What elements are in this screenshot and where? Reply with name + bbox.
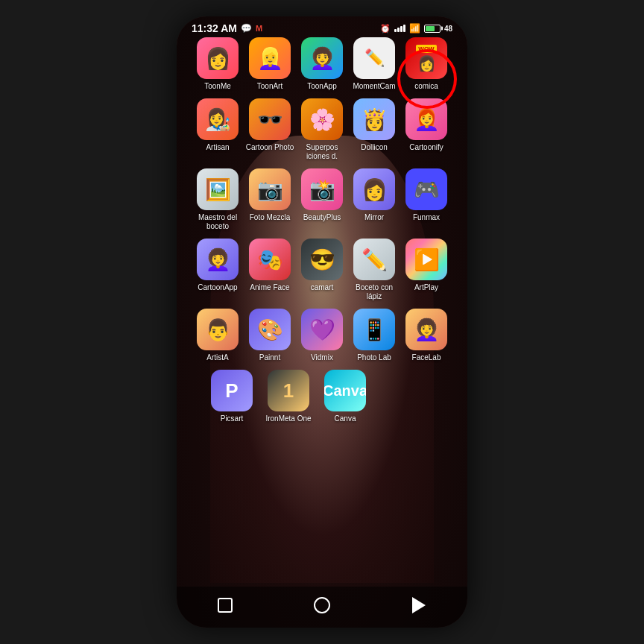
app-icon-artisan[interactable]: 👩‍🎨 <box>197 98 239 140</box>
app-icon-boceto[interactable]: ✏️ <box>353 239 395 280</box>
app-momentcam[interactable]: ✏️ MomentCam <box>349 37 400 91</box>
battery-percent: 48 <box>444 25 452 33</box>
app-row-4: 👩‍🦱 CartoonApp 🎭 Anime Face 😎 camart <box>192 239 452 301</box>
app-icon-photolab[interactable]: 📱 <box>353 309 395 350</box>
app-toonart[interactable]: 👱‍♀️ ToonArt <box>244 37 295 91</box>
app-icon-maestro[interactable]: 🖼️ <box>197 168 239 210</box>
app-toonapp[interactable]: 👩‍🦱 ToonApp <box>297 37 347 91</box>
app-artista[interactable]: 👨 ArtistA <box>192 309 243 362</box>
app-painnt[interactable]: 🎨 Painnt <box>244 309 295 362</box>
app-label-superpos: Superpos iciones d. <box>297 143 347 161</box>
app-label-toonart: ToonArt <box>257 82 282 91</box>
status-time: 11:32 AM <box>192 22 237 34</box>
nav-home-button[interactable] <box>312 595 332 616</box>
app-label-photolab: Photo Lab <box>357 353 391 362</box>
app-label-picsart: Picsart <box>221 414 244 423</box>
app-label-mirror: Mirror <box>364 213 384 222</box>
app-label-vidmix: Vidmix <box>311 353 333 362</box>
app-icon-superpos[interactable]: 🌸 <box>301 98 343 140</box>
app-ironmeta[interactable]: 1 IronMeta One <box>263 370 314 423</box>
app-icon-cartoonify[interactable]: 👩‍🦰 <box>405 98 447 140</box>
nav-recent-button[interactable] <box>215 595 236 616</box>
app-icon-momentcam[interactable]: ✏️ <box>353 37 395 79</box>
status-bar: 11:32 AM 💬 M ⏰ 📶 48 <box>177 16 467 37</box>
app-icon-cartoonapp[interactable]: 👩‍🦱 <box>197 239 239 280</box>
app-superpos[interactable]: 🌸 Superpos iciones d. <box>297 98 347 161</box>
app-cartoonapp[interactable]: 👩‍🦱 CartoonApp <box>192 239 243 301</box>
signal-bars <box>394 25 405 32</box>
app-row-2: 👩‍🎨 Artisan 🕶️ Cartoon Photo 🌸 Superpos … <box>192 98 452 161</box>
app-grid: 👩 ToonMe 👱‍♀️ ToonArt 👩‍🦱 ToonApp <box>177 37 467 423</box>
app-row-5: 👨 ArtistA 🎨 Painnt 💜 Vidmix <box>192 309 452 362</box>
app-label-painnt: Painnt <box>259 353 280 362</box>
app-beautyplus[interactable]: 📸 BeautyPlus <box>297 168 347 231</box>
nav-back-button[interactable] <box>408 595 429 616</box>
app-icon-beautyplus[interactable]: 📸 <box>301 168 343 210</box>
app-icon-funmax[interactable]: 🎮 <box>405 168 447 210</box>
alarm-icon: ⏰ <box>380 24 391 34</box>
app-vidmix[interactable]: 💜 Vidmix <box>297 309 347 362</box>
app-photolab[interactable]: 📱 Photo Lab <box>349 309 400 362</box>
app-maestro[interactable]: 🖼️ Maestro del boceto <box>192 168 243 231</box>
app-icon-artista[interactable]: 👨 <box>197 309 239 350</box>
app-icon-animeface[interactable]: 🎭 <box>249 239 291 280</box>
app-artplay[interactable]: ▶️ ArtPlay <box>401 239 452 301</box>
app-icon-toonme[interactable]: 👩 <box>197 37 239 79</box>
gmail-icon: M <box>256 24 262 33</box>
app-icon-ironmeta[interactable]: 1 <box>268 370 309 411</box>
app-picsart[interactable]: P Picsart <box>206 370 257 423</box>
app-label-camart: camart <box>311 283 334 292</box>
app-icon-picsart[interactable]: P <box>211 370 253 411</box>
app-label-artista: ArtistA <box>206 353 228 362</box>
app-icon-facelab[interactable]: 👩‍🦱 <box>405 309 447 350</box>
app-label-toonme: ToonMe <box>204 82 231 91</box>
app-cartoonify[interactable]: 👩‍🦰 Cartoonify <box>401 98 452 161</box>
app-camart[interactable]: 😎 camart <box>297 239 347 301</box>
app-label-comica: comica <box>414 82 438 91</box>
app-icon-comica[interactable]: WOW 👩 <box>405 37 447 79</box>
nav-circle-icon <box>314 597 330 613</box>
app-comica[interactable]: WOW 👩 comica <box>401 37 452 91</box>
app-label-animeface: Anime Face <box>250 283 289 292</box>
app-label-ironmeta: IronMeta One <box>265 414 311 423</box>
app-label-canva: Canva <box>335 414 356 423</box>
app-icon-artplay[interactable]: ▶️ <box>405 239 447 280</box>
status-icons: ⏰ 📶 48 <box>380 23 452 34</box>
phone-screen: 11:32 AM 💬 M ⏰ 📶 48 <box>177 16 467 628</box>
app-row-6: P Picsart 1 IronMeta One Canva Canva <box>192 370 452 423</box>
app-label-artisan: Artisan <box>206 143 229 152</box>
app-canva[interactable]: Canva Canva <box>320 370 370 423</box>
app-mirror[interactable]: 👩 Mirror <box>349 168 400 231</box>
app-label-foto: Foto Mezcla <box>250 213 290 222</box>
app-icon-canva[interactable]: Canva <box>324 370 366 411</box>
app-icon-dollicon[interactable]: 👸 <box>353 98 395 140</box>
app-icon-painnt[interactable]: 🎨 <box>249 309 291 350</box>
whatsapp-icon: 💬 <box>241 23 252 34</box>
app-label-cartoonphoto: Cartoon Photo <box>246 143 294 152</box>
app-label-toonapp: ToonApp <box>307 82 336 91</box>
app-icon-foto[interactable]: 📷 <box>249 168 291 210</box>
app-foto[interactable]: 📷 Foto Mezcla <box>244 168 295 231</box>
app-icon-toonart[interactable]: 👱‍♀️ <box>249 37 291 79</box>
app-label-beautyplus: BeautyPlus <box>303 213 341 222</box>
app-animeface[interactable]: 🎭 Anime Face <box>244 239 295 301</box>
app-toonme[interactable]: 👩 ToonMe <box>192 37 243 91</box>
app-label-cartoonify: Cartoonify <box>409 143 443 152</box>
app-icon-mirror[interactable]: 👩 <box>353 168 395 210</box>
app-boceto[interactable]: ✏️ Boceto con lápiz <box>349 239 400 301</box>
app-facelab[interactable]: 👩‍🦱 FaceLab <box>401 309 452 362</box>
app-label-maestro: Maestro del boceto <box>192 213 243 231</box>
app-icon-toonapp[interactable]: 👩‍🦱 <box>301 37 343 79</box>
app-icon-camart[interactable]: 😎 <box>301 239 343 280</box>
app-artisan[interactable]: 👩‍🎨 Artisan <box>192 98 243 161</box>
phone-frame: 11:32 AM 💬 M ⏰ 📶 48 <box>177 16 467 628</box>
app-cartoonphoto[interactable]: 🕶️ Cartoon Photo <box>244 98 295 161</box>
app-row-1: 👩 ToonMe 👱‍♀️ ToonArt 👩‍🦱 ToonApp <box>192 37 452 91</box>
wifi-icon: 📶 <box>409 23 420 34</box>
app-dollicon[interactable]: 👸 Dollicon <box>349 98 400 161</box>
app-icon-vidmix[interactable]: 💜 <box>301 309 343 350</box>
bottom-nav <box>177 587 467 628</box>
nav-triangle-icon <box>412 597 426 613</box>
app-funmax[interactable]: 🎮 Funmax <box>401 168 452 231</box>
app-icon-cartoonphoto[interactable]: 🕶️ <box>249 98 291 140</box>
